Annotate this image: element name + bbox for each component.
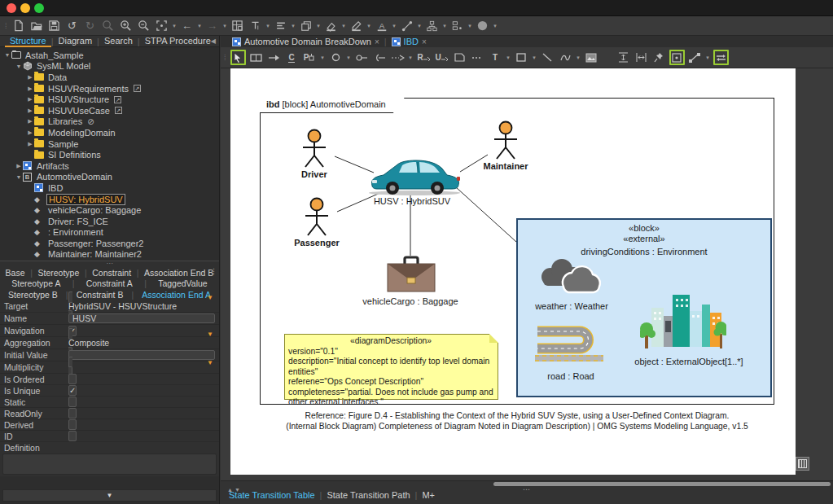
tree-item-environment[interactable]: ◆ : Environment bbox=[0, 227, 219, 239]
save-icon[interactable] bbox=[46, 18, 63, 34]
tree-item-hsuvrequirements[interactable]: ▶ HSUVRequirements ↗ bbox=[0, 83, 219, 94]
dropdown-arrow-icon[interactable]: ▼ bbox=[207, 330, 213, 339]
minimize-window-button[interactable] bbox=[20, 3, 30, 13]
line-tool-icon[interactable] bbox=[540, 50, 555, 65]
redo-icon[interactable]: ↻ bbox=[82, 18, 99, 34]
circle-tool-caret[interactable]: ▾ bbox=[346, 55, 352, 61]
flow-arrow-tool-icon[interactable] bbox=[266, 50, 282, 65]
tree-item-sample[interactable]: ▶ Sample bbox=[0, 138, 219, 150]
appearance-caret[interactable]: ▾ bbox=[493, 23, 498, 29]
open-folder-icon[interactable] bbox=[28, 18, 45, 34]
port-tool-caret[interactable]: ▾ bbox=[320, 55, 326, 61]
expander-icon[interactable]: ▶ bbox=[26, 74, 34, 81]
pen-color-caret[interactable]: ▾ bbox=[366, 23, 372, 29]
tree-item-automotivedomain[interactable]: ▼ B AutomotiveDomain bbox=[0, 172, 219, 183]
font-color-icon[interactable]: A bbox=[374, 18, 390, 34]
navigate-forward-icon[interactable]: → bbox=[204, 18, 221, 34]
overview-corner-button[interactable] bbox=[796, 457, 809, 471]
anchor-line-tool-icon[interactable] bbox=[470, 50, 485, 65]
tree-item-driver[interactable]: ◆ Driver: FS_ICE bbox=[0, 216, 219, 227]
tree-item-libraries[interactable]: ▶ Libraries ⊘ bbox=[0, 116, 219, 128]
connector-tool-icon[interactable]: C bbox=[284, 50, 300, 65]
circle-tool-icon[interactable] bbox=[328, 50, 344, 65]
undo-icon[interactable]: ↺ bbox=[64, 18, 81, 34]
tab-structure[interactable]: Structure bbox=[5, 36, 51, 47]
hierarchy-icon[interactable] bbox=[424, 18, 441, 34]
expander-icon[interactable]: ▶ bbox=[26, 118, 34, 125]
prop-tab-taggedvalue[interactable]: TaggedValue bbox=[158, 278, 208, 288]
property-panel-resize-handle[interactable]: ⋯ bbox=[0, 261, 219, 267]
tree-item-maintainer[interactable]: ◆ Maintainer: Maintainer2 bbox=[0, 249, 219, 261]
is-unique-checkbox[interactable]: ✓ bbox=[68, 385, 77, 396]
rectangle-tool-caret[interactable]: ▾ bbox=[532, 55, 537, 61]
arrange-icon[interactable] bbox=[449, 18, 466, 34]
dropdown-arrow-icon[interactable]: ▼ bbox=[207, 293, 213, 302]
fit-view-caret[interactable]: ▾ bbox=[172, 23, 178, 29]
port-tool-icon[interactable]: P bbox=[302, 50, 318, 65]
zoom-in-icon[interactable] bbox=[118, 18, 134, 34]
hierarchy-caret[interactable]: ▾ bbox=[442, 23, 448, 29]
car-husv[interactable] bbox=[366, 155, 463, 199]
diagram-canvas[interactable]: ibd [block] AutomotiveDomain Driver Main… bbox=[221, 68, 833, 480]
tab-search[interactable]: Search bbox=[99, 36, 138, 47]
rectangle-tool-icon[interactable] bbox=[514, 50, 529, 65]
tab-diagram[interactable]: Diagram bbox=[54, 36, 98, 47]
tree-item-ibd[interactable]: IBD bbox=[0, 182, 219, 194]
briefcase-vehiclecargo[interactable] bbox=[386, 256, 436, 296]
diagram-description-note[interactable]: «diagramDescription» version="0.1" descr… bbox=[284, 334, 498, 400]
panel-collapse-button[interactable]: ▼ bbox=[2, 489, 217, 502]
expander-icon[interactable]: ▶ bbox=[26, 107, 34, 114]
align-horizontal-tool-icon[interactable] bbox=[634, 50, 649, 65]
expander-icon[interactable]: ▶ bbox=[26, 141, 34, 147]
select-tool-icon[interactable] bbox=[230, 50, 246, 65]
line-style-caret[interactable]: ▾ bbox=[417, 23, 423, 29]
tab-state-transition-table[interactable]: State Transition Table bbox=[229, 490, 315, 500]
fill-color-icon[interactable] bbox=[323, 18, 340, 34]
text-format-caret[interactable]: ▾ bbox=[265, 23, 271, 29]
tree-item-sysml-model[interactable]: ▼ SysML Model bbox=[0, 61, 219, 72]
tree-item-passenger[interactable]: ◆ Passenger: Passenger2 bbox=[0, 238, 219, 249]
close-window-button[interactable] bbox=[7, 3, 16, 13]
prop-tab-stereotype-b[interactable]: Stereotype B bbox=[8, 290, 58, 300]
tree-item-hsuvusecase[interactable]: ▶ HSUVUseCase ↗ bbox=[0, 105, 219, 116]
provided-interface-tool-icon[interactable]: U bbox=[434, 50, 449, 65]
expander-icon[interactable]: ▼ bbox=[15, 64, 23, 69]
polyline-tool-icon[interactable] bbox=[687, 50, 703, 65]
prop-tab-stereotype[interactable]: Stereotype bbox=[38, 268, 80, 278]
actor-passenger[interactable] bbox=[302, 197, 331, 239]
diagram-page[interactable]: ibd [block] AutomotiveDomain Driver Main… bbox=[230, 68, 796, 475]
horizontal-scrollbar-thumb[interactable] bbox=[493, 482, 831, 486]
expander-icon[interactable]: ▼ bbox=[3, 52, 11, 58]
note-tool-icon[interactable] bbox=[452, 50, 467, 65]
lollipop-tool-icon[interactable] bbox=[354, 50, 370, 65]
prop-tab-association-end-b[interactable]: Association End B bbox=[144, 268, 213, 278]
derived-checkbox[interactable]: ✓ bbox=[68, 419, 77, 430]
prop-tab-base[interactable]: Base bbox=[6, 268, 25, 278]
dropdown-arrow-icon[interactable]: ▼ bbox=[207, 358, 213, 367]
auto-route-tool-icon[interactable] bbox=[713, 50, 729, 65]
part-tool-icon[interactable] bbox=[248, 50, 264, 65]
appearance-icon[interactable] bbox=[475, 18, 491, 34]
expander-icon[interactable]: ▶ bbox=[26, 129, 34, 136]
dependency-tool-caret[interactable]: ▾ bbox=[408, 55, 414, 61]
tree-item-hsuvstructure[interactable]: ▶ HSUVStructure ↗ bbox=[0, 94, 219, 105]
prop-tab-constraint-a[interactable]: Constraint A bbox=[86, 278, 133, 288]
fill-color-caret[interactable]: ▾ bbox=[341, 23, 347, 29]
arrange-caret[interactable]: ▾ bbox=[467, 23, 473, 29]
line-style-icon[interactable] bbox=[399, 18, 415, 34]
road-image[interactable] bbox=[533, 324, 606, 365]
readonly-checkbox[interactable]: ✓ bbox=[68, 408, 77, 419]
tab-state-transition-path[interactable]: State Transition Path bbox=[327, 490, 410, 500]
close-tab-icon[interactable]: × bbox=[375, 37, 379, 46]
name-input[interactable]: HUSV bbox=[68, 313, 215, 323]
expander-icon[interactable]: ▼ bbox=[15, 174, 23, 180]
tree-item-si-definitions[interactable]: SI Definitions bbox=[0, 149, 219, 160]
image-tool-icon[interactable] bbox=[584, 50, 599, 65]
socket-tool-icon[interactable] bbox=[372, 50, 388, 65]
font-color-caret[interactable]: ▾ bbox=[392, 23, 397, 29]
overview-map-icon[interactable] bbox=[230, 18, 246, 34]
maximize-window-button[interactable] bbox=[34, 3, 44, 13]
navigate-forward-caret[interactable]: ▾ bbox=[222, 23, 228, 29]
zoom-actual-icon[interactable] bbox=[100, 18, 116, 34]
expander-icon[interactable]: ▶ bbox=[26, 96, 34, 103]
